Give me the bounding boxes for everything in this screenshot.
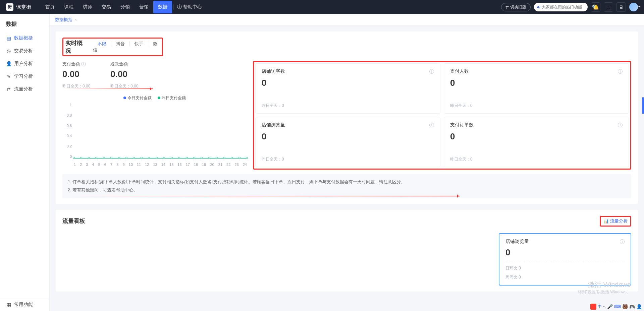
page-tabbar: 数据概括 × xyxy=(50,14,644,25)
bell-icon[interactable]: 🔔 xyxy=(591,2,600,12)
window-icon[interactable]: ⬚ xyxy=(604,2,613,12)
scrollbar-thumb[interactable] xyxy=(642,97,644,114)
y-tick: 0.2 xyxy=(62,144,72,148)
metric-refund-label: 退款金额 xyxy=(110,61,128,67)
ime-punct[interactable]: •, xyxy=(603,304,606,309)
sidebar-item-label: 流量分析 xyxy=(14,86,33,92)
data-point xyxy=(133,157,135,159)
realtime-left: 支付金额 i 0.00 昨日全天：0.00 退款金额 0.00 xyxy=(62,61,247,167)
tile-title: 店铺浏览量 xyxy=(505,239,529,245)
sidebar-item-交易分析[interactable]: ◎交易分析 xyxy=(0,45,49,57)
help-link[interactable]: ⓘ 帮助中心 xyxy=(177,4,202,10)
nav-item-讲师[interactable]: 讲师 xyxy=(78,1,97,13)
data-point xyxy=(231,157,233,159)
x-tick: 21 xyxy=(218,163,222,167)
data-point xyxy=(223,157,225,159)
data-point xyxy=(208,157,210,159)
sidebar-footer-item[interactable]: ▦ 常用功能 xyxy=(0,298,49,311)
chart-legend: 今日支付金额 昨日支付金额 xyxy=(62,95,247,101)
nav-item-课程[interactable]: 课程 xyxy=(59,1,78,13)
filter-不限[interactable]: 不限 xyxy=(93,41,111,46)
switch-version-button[interactable]: ⇄ 切换旧版 xyxy=(501,3,531,11)
line-chart: 10.80.60.40.20 1234567891011121314151617… xyxy=(62,103,247,167)
mic-icon[interactable]: 🎤 xyxy=(607,304,613,309)
doc-icon: ▤ xyxy=(6,36,11,41)
info-icon[interactable]: i xyxy=(429,123,434,127)
game-icon[interactable]: 🎮 xyxy=(629,304,635,309)
metric-pay-value: 0.00 xyxy=(62,69,90,79)
x-tick: 17 xyxy=(186,163,190,167)
legend-yesterday: 昨日支付金额 xyxy=(162,96,186,100)
data-point xyxy=(246,157,248,159)
traffic-board: 流量看板 📊 流量分析 店铺浏览量 i 0 日环比 0 周 xyxy=(56,210,638,292)
card-value: 0 xyxy=(262,131,434,142)
info-icon[interactable]: i xyxy=(618,69,623,74)
data-point xyxy=(118,157,120,159)
brand-logo-icon: 街 xyxy=(6,3,13,11)
info-icon[interactable]: i xyxy=(429,69,434,74)
sidebar-item-用户分析[interactable]: 👤用户分析 xyxy=(0,57,49,70)
bear-icon[interactable]: 🐻 xyxy=(622,304,628,309)
legend-dot-today-icon xyxy=(123,97,126,99)
ime-lang[interactable]: 中 xyxy=(598,304,602,310)
y-tick: 0.6 xyxy=(62,124,72,128)
sidebar-footer-label: 常用功能 xyxy=(14,302,33,308)
stat-card-3: 支付订单数i0昨日全天：0 xyxy=(444,117,629,167)
traffic-analysis-link[interactable]: 📊 流量分析 xyxy=(603,218,628,224)
x-tick: 5 xyxy=(98,163,100,167)
ime-icon[interactable] xyxy=(590,304,596,310)
avatar[interactable] xyxy=(629,3,638,11)
stat-cards-highlight: 店铺访客数i0昨日全天：0支付人数i0昨日全天：0店铺浏览量i0昨日全天：0支付… xyxy=(253,61,631,170)
nav-item-首页[interactable]: 首页 xyxy=(41,1,59,13)
nav-item-交易[interactable]: 交易 xyxy=(97,1,116,13)
nav-item-数据[interactable]: 数据 xyxy=(153,1,172,13)
data-point xyxy=(171,157,173,159)
info-icon[interactable]: i xyxy=(81,62,86,66)
nav-item-营销[interactable]: 营销 xyxy=(135,1,153,13)
x-tick: 8 xyxy=(116,163,118,167)
sidebar: 数据 ▤数据概括◎交易分析👤用户分析✎学习分析⇄流量分析 ▦ 常用功能 xyxy=(0,14,50,311)
book-icon: ✎ xyxy=(6,74,11,79)
data-point xyxy=(238,157,240,159)
sidebar-item-流量分析[interactable]: ⇄流量分析 xyxy=(0,83,49,96)
x-tick: 11 xyxy=(137,163,141,167)
screen-icon[interactable]: 🖥 xyxy=(616,2,626,12)
data-point xyxy=(216,157,218,159)
close-icon[interactable]: × xyxy=(74,17,77,22)
info-icon[interactable]: i xyxy=(620,239,625,244)
search-input[interactable] xyxy=(542,5,592,9)
sidebar-item-数据概括[interactable]: ▤数据概括 xyxy=(0,32,49,45)
search-box[interactable]: Ai 🔍 xyxy=(534,3,588,11)
sidebar-item-label: 用户分析 xyxy=(14,61,33,67)
swap-icon: ⇄ xyxy=(505,5,509,9)
tile-daily: 日环比 0 xyxy=(505,265,625,271)
realtime-title: 实时概况 xyxy=(64,39,87,55)
data-point xyxy=(110,157,112,159)
card-sub: 昨日全天：0 xyxy=(262,103,434,109)
data-point xyxy=(178,157,180,159)
data-point xyxy=(186,157,188,159)
page-tab[interactable]: 数据概括 × xyxy=(55,17,77,23)
keyboard-icon[interactable]: ⌨ xyxy=(614,304,621,309)
traffic-tile[interactable]: 店铺浏览量 i 0 日环比 0 周同比 0 xyxy=(499,233,631,286)
traffic-board-title: 流量看板 xyxy=(62,217,85,225)
legend-today: 今日支付金额 xyxy=(127,96,152,100)
legend-dot-yesterday-icon xyxy=(158,97,160,99)
data-point xyxy=(148,157,150,159)
filter-快手[interactable]: 快手 xyxy=(129,41,148,46)
x-tick: 12 xyxy=(145,163,149,167)
sidebar-item-label: 学习分析 xyxy=(14,73,33,79)
info-icon[interactable]: i xyxy=(618,123,623,127)
filter-抖音[interactable]: 抖音 xyxy=(111,41,129,46)
x-tick: 1 xyxy=(74,163,76,167)
metric-pay: 支付金额 i 0.00 昨日全天：0.00 xyxy=(62,61,90,89)
nav-items: 首页课程讲师交易分销营销数据 xyxy=(41,1,172,13)
realtime-header-highlight: 实时概况 不限抖音快手微信 xyxy=(62,38,163,56)
nav-item-分销[interactable]: 分销 xyxy=(116,1,135,13)
user-icon: 👤 xyxy=(6,61,11,66)
question-icon: ⓘ xyxy=(177,4,182,10)
sidebar-item-学习分析[interactable]: ✎学习分析 xyxy=(0,70,49,83)
person-icon[interactable]: 👤 xyxy=(636,304,642,309)
brand[interactable]: 街 课堂街 xyxy=(6,3,31,11)
sidebar-title: 数据 xyxy=(0,17,49,32)
